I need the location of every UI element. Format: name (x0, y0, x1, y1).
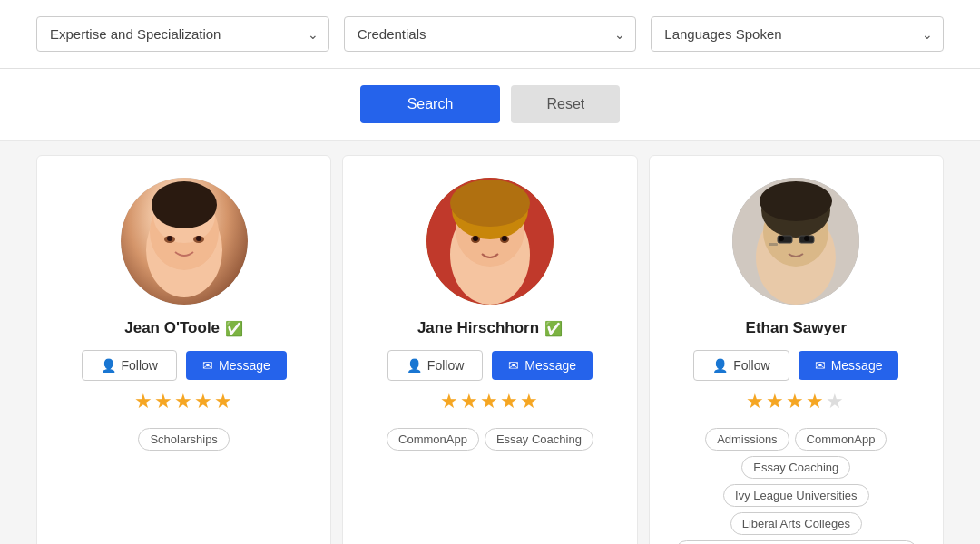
search-bar: Search Reset (0, 69, 980, 141)
stars-ethan: ★★★★★ (746, 390, 846, 413)
tag-jane-commonapp: CommonApp (387, 428, 479, 451)
consultant-cards: Jean O'Toole ✅ 👤 Follow ✉ Message ★★★★★ … (0, 141, 980, 544)
tags-ethan: Admissions CommonApp Essay Coaching Ivy … (668, 428, 925, 544)
message-icon-ethan: ✉ (815, 358, 826, 373)
svg-point-15 (473, 236, 478, 241)
consultant-name-jean: Jean O'Toole ✅ (124, 319, 243, 337)
action-row-jane: 👤 Follow ✉ Message (387, 350, 593, 381)
svg-point-6 (167, 236, 172, 241)
svg-rect-26 (769, 243, 778, 246)
action-row-jean: 👤 Follow ✉ Message (82, 350, 287, 381)
message-icon-jean: ✉ (202, 358, 213, 373)
consultant-name-jane: Jane Hirschhorn ✅ (417, 319, 563, 337)
consultant-card-jean: Jean O'Toole ✅ 👤 Follow ✉ Message ★★★★★ … (36, 155, 331, 544)
credentials-filter-wrapper: Credentials Certified Ivy League Master'… (344, 16, 637, 52)
follow-button-jean[interactable]: 👤 Follow (82, 350, 177, 381)
user-icon-ethan: 👤 (712, 358, 728, 373)
avatar-jean (121, 178, 248, 305)
filter-bar: Expertise and Specialization College Adm… (0, 0, 980, 69)
action-row-ethan: 👤 Follow ✉ Message (693, 350, 898, 381)
verified-icon-jean: ✅ (225, 320, 243, 337)
credentials-filter[interactable]: Credentials Certified Ivy League Master'… (344, 16, 637, 52)
tag-ethan-admissions: Admissions (705, 428, 789, 451)
search-button[interactable]: Search (360, 85, 501, 123)
consultant-card-ethan: Ethan Sawyer 👤 Follow ✉ Message ★★★★★ Ad… (649, 155, 944, 544)
expertise-filter[interactable]: Expertise and Specialization College Adm… (36, 16, 329, 52)
svg-point-16 (502, 236, 507, 241)
message-button-jean[interactable]: ✉ Message (186, 351, 287, 380)
follow-button-ethan[interactable]: 👤 Follow (693, 350, 789, 381)
svg-point-25 (804, 236, 809, 241)
stars-jane: ★★★★★ (440, 390, 540, 413)
svg-point-21 (760, 181, 832, 221)
follow-button-jane[interactable]: 👤 Follow (387, 350, 483, 381)
avatar-jane (426, 178, 554, 305)
message-button-ethan[interactable]: ✉ Message (799, 351, 899, 380)
consultant-card-jane: Jane Hirschhorn ✅ 👤 Follow ✉ Message ★★★… (342, 155, 637, 544)
message-button-jane[interactable]: ✉ Message (492, 351, 593, 380)
tag-ethan-commonapp: CommonApp (795, 428, 887, 451)
tags-jane: CommonApp Essay Coaching (361, 428, 618, 451)
tags-jean: Scholarships (55, 428, 312, 451)
tag-ethan-ivyleague: Ivy League Universities (723, 484, 868, 507)
tag-ethan-essaycoaching: Essay Coaching (741, 456, 850, 479)
message-icon-jane: ✉ (508, 358, 519, 373)
reset-button[interactable]: Reset (511, 85, 620, 123)
tag-jane-essaycoaching: Essay Coaching (485, 428, 593, 451)
svg-point-24 (779, 236, 784, 241)
stars-jean: ★★★★★ (134, 390, 234, 413)
tag-ethan-liberalarts: Liberal Arts Colleges (730, 512, 862, 535)
consultant-name-ethan: Ethan Sawyer (746, 319, 848, 337)
languages-filter[interactable]: Languages Spoken English Spanish French … (651, 16, 944, 52)
languages-filter-wrapper: Languages Spoken English Spanish French … (651, 16, 944, 52)
svg-point-7 (196, 236, 201, 241)
user-icon-jane: 👤 (407, 358, 422, 373)
tag-jean-scholarships: Scholarships (138, 428, 229, 451)
avatar-ethan (732, 178, 859, 305)
expertise-filter-wrapper: Expertise and Specialization College Adm… (36, 16, 329, 52)
svg-point-12 (450, 180, 530, 227)
tag-ethan-heca: Higher Education Consultants Association (675, 540, 917, 544)
user-icon-jean: 👤 (101, 358, 116, 373)
svg-point-3 (152, 181, 217, 228)
verified-icon-jane: ✅ (544, 320, 563, 337)
